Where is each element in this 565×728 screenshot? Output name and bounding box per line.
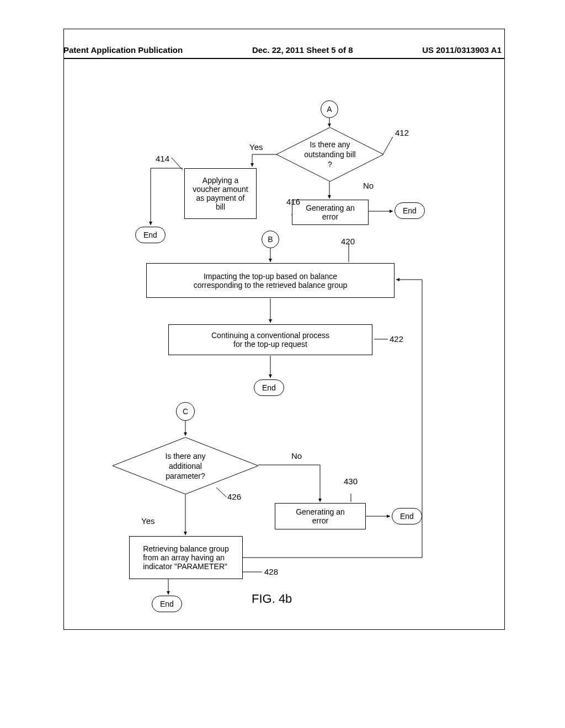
ref-426: 426 xyxy=(227,492,241,501)
connector-b-label: B xyxy=(268,235,273,244)
page: Patent Application Publication Dec. 22, … xyxy=(0,0,565,728)
connector-a: A xyxy=(321,100,338,118)
terminator-end-416: End xyxy=(395,202,425,219)
terminator-end-414: End xyxy=(135,227,166,243)
decision-412-text: Is there any outstanding bill ? xyxy=(303,140,357,170)
ref-414: 414 xyxy=(156,154,169,163)
process-430: Generating an error xyxy=(275,503,366,529)
ref-416: 416 xyxy=(286,197,300,206)
process-422-text: Continuing a conventional process for th… xyxy=(211,331,329,349)
terminator-end-414-text: End xyxy=(143,231,157,239)
terminator-end-416-text: End xyxy=(403,206,417,215)
process-428: Retrieving balance group from an array h… xyxy=(129,536,243,579)
terminator-end-430: End xyxy=(392,508,422,524)
ref-422: 422 xyxy=(390,334,403,344)
label-yes-426: Yes xyxy=(141,516,154,526)
process-416: Generating an error xyxy=(292,200,369,225)
decision-412: Is there any outstanding bill ? xyxy=(276,127,383,181)
terminator-end-430-text: End xyxy=(400,512,414,521)
label-no-412: No xyxy=(363,181,374,190)
ref-428: 428 xyxy=(264,567,278,576)
figure-label: FIG. 4b xyxy=(252,592,292,606)
process-422: Continuing a conventional process for th… xyxy=(168,324,372,355)
terminator-end-428-text: End xyxy=(160,599,174,608)
process-420-text: Impacting the top-up based on balance co… xyxy=(194,272,348,290)
ref-412: 412 xyxy=(395,128,409,137)
ref-430: 430 xyxy=(344,477,358,486)
terminator-end-428: End xyxy=(152,596,182,612)
process-416-text: Generating an error xyxy=(306,204,355,221)
label-no-426: No xyxy=(291,451,302,461)
process-414: Applying a voucher amount as payment of … xyxy=(184,168,257,219)
terminator-end-422: End xyxy=(254,379,284,396)
connector-c: C xyxy=(176,402,195,421)
process-428-text: Retrieving balance group from an array h… xyxy=(143,544,229,571)
connector-a-label: A xyxy=(327,105,332,114)
decision-426-text: Is there any additional parameter? xyxy=(149,451,222,481)
connector-b: B xyxy=(262,231,279,248)
ref-420: 420 xyxy=(341,237,355,246)
terminator-end-422-text: End xyxy=(262,383,276,392)
process-414-text: Applying a voucher amount as payment of … xyxy=(193,176,248,211)
label-yes-412: Yes xyxy=(249,142,263,152)
connector-c-label: C xyxy=(183,407,188,416)
decision-426: Is there any additional parameter? xyxy=(113,437,258,494)
process-420: Impacting the top-up based on balance co… xyxy=(146,263,395,298)
process-430-text: Generating an error xyxy=(296,507,345,525)
